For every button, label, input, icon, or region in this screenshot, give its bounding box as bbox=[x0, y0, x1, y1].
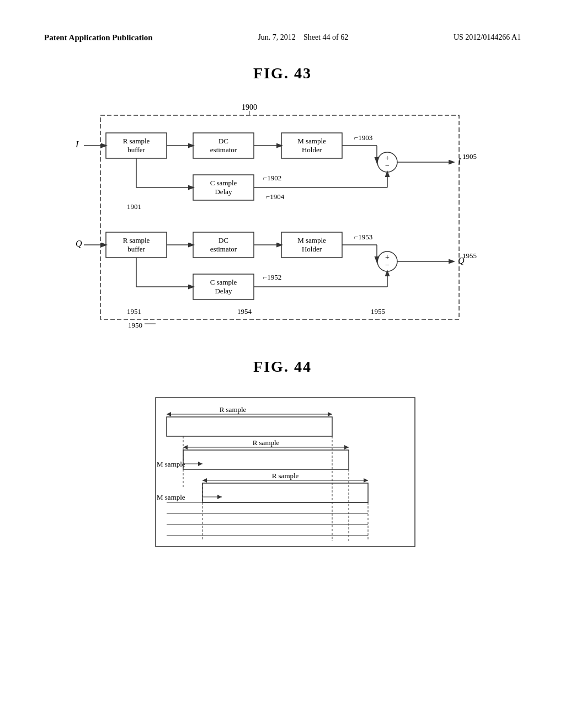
svg-text:⌐1952: ⌐1952 bbox=[263, 273, 281, 281]
svg-text:⌐1953: ⌐1953 bbox=[354, 233, 372, 241]
svg-marker-95 bbox=[198, 462, 202, 466]
svg-text:R sample: R sample bbox=[220, 405, 247, 414]
svg-text:Holder: Holder bbox=[302, 146, 322, 154]
svg-text:C sample: C sample bbox=[210, 278, 237, 286]
svg-text:DC: DC bbox=[218, 137, 228, 145]
svg-text:1951: 1951 bbox=[127, 307, 141, 315]
svg-text:R sample: R sample bbox=[123, 236, 150, 244]
svg-text:1955: 1955 bbox=[371, 307, 385, 315]
fig43-diagram: 1900 I R sample buffer DC estimator M sa… bbox=[44, 99, 521, 336]
svg-text:1900: 1900 bbox=[242, 103, 257, 111]
svg-text:M sample: M sample bbox=[157, 460, 185, 468]
svg-text:−: − bbox=[385, 261, 390, 269]
svg-text:1954: 1954 bbox=[237, 307, 252, 315]
svg-marker-86 bbox=[364, 478, 368, 483]
svg-text:1901: 1901 bbox=[127, 202, 141, 211]
svg-marker-79 bbox=[344, 445, 349, 449]
svg-text:1955: 1955 bbox=[462, 251, 477, 260]
svg-rect-82 bbox=[183, 450, 349, 469]
svg-marker-85 bbox=[202, 478, 207, 483]
svg-text:⌐1902: ⌐1902 bbox=[263, 174, 281, 182]
svg-text:estimator: estimator bbox=[210, 146, 237, 154]
header-patent-number: US 2012/0144266 A1 bbox=[454, 33, 521, 42]
svg-text:C sample: C sample bbox=[210, 179, 237, 187]
svg-text:I: I bbox=[75, 140, 79, 149]
svg-rect-89 bbox=[202, 483, 368, 502]
svg-marker-97 bbox=[217, 495, 222, 499]
svg-text:estimator: estimator bbox=[210, 245, 237, 253]
svg-text:Holder: Holder bbox=[302, 245, 322, 253]
svg-text:1905: 1905 bbox=[462, 152, 477, 160]
svg-text:Delay: Delay bbox=[215, 287, 232, 295]
svg-marker-78 bbox=[183, 445, 188, 449]
svg-marker-72 bbox=[167, 412, 171, 416]
svg-text:Delay: Delay bbox=[215, 188, 232, 196]
svg-text:Q: Q bbox=[76, 239, 82, 248]
svg-text:buffer: buffer bbox=[127, 146, 145, 154]
svg-text:M sample: M sample bbox=[157, 493, 185, 501]
svg-text:DC: DC bbox=[218, 236, 228, 244]
header-date-sheet: Jun. 7, 2012 Sheet 44 of 62 bbox=[258, 33, 348, 42]
svg-text:⌐1904: ⌐1904 bbox=[266, 192, 285, 201]
header: Patent Application Publication Jun. 7, 2… bbox=[44, 33, 521, 42]
svg-text:buffer: buffer bbox=[127, 245, 145, 253]
svg-text:+: + bbox=[385, 253, 390, 261]
svg-text:M sample: M sample bbox=[297, 236, 326, 244]
fig43-title: FIG. 43 bbox=[44, 65, 521, 82]
fig44-diagram: R sample R sample M sample R sample bbox=[44, 392, 521, 552]
svg-text:M sample: M sample bbox=[297, 137, 326, 145]
svg-text:1950: 1950 bbox=[128, 321, 142, 329]
svg-text:−: − bbox=[385, 162, 390, 170]
svg-text:R sample: R sample bbox=[272, 472, 299, 480]
svg-text:R sample: R sample bbox=[123, 137, 150, 145]
svg-text:I: I bbox=[457, 157, 461, 166]
svg-marker-73 bbox=[328, 412, 332, 416]
header-publication: Patent Application Publication bbox=[44, 33, 153, 42]
svg-text:R sample: R sample bbox=[253, 438, 280, 447]
svg-rect-75 bbox=[167, 417, 332, 436]
fig44-title: FIG. 44 bbox=[44, 358, 521, 376]
page: Patent Application Publication Jun. 7, 2… bbox=[0, 0, 565, 728]
svg-text:⌐1903: ⌐1903 bbox=[354, 133, 372, 142]
svg-text:+: + bbox=[385, 154, 390, 162]
